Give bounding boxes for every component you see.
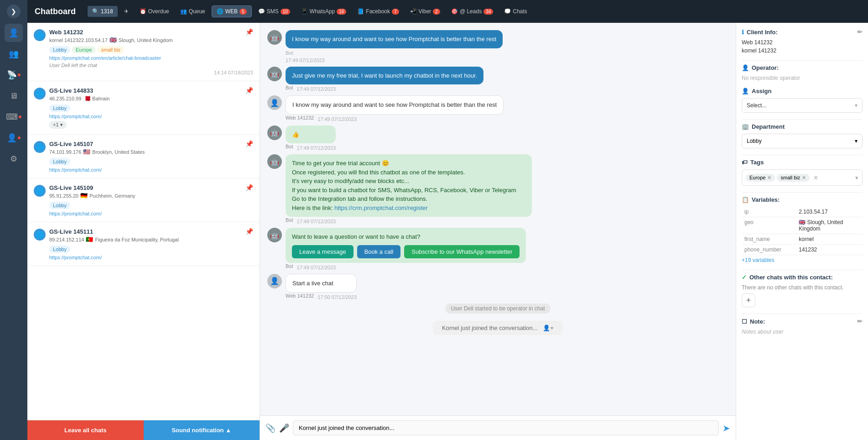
pin-icon-2[interactable]: 📌 [245, 87, 253, 94]
var-val-geo: 🇬🇧 Slough, United Kingdom [796, 217, 863, 234]
var-val-ip: 2.103.54.17 [796, 207, 863, 217]
pin-icon-1[interactable]: 📌 [245, 28, 253, 36]
tab-sms[interactable]: 💬 SMS 10 [254, 6, 295, 17]
message-bubble-2: Just give me my free trial, I want to la… [286, 67, 483, 92]
sidebar-item-widget[interactable]: 🖥 [5, 87, 23, 105]
message-time-4: 17:49 07/12/2023 [297, 145, 336, 151]
sound-notification-button[interactable]: Sound notification ▲ [144, 420, 260, 440]
department-select[interactable]: Lobby ▾ [742, 134, 863, 148]
chat-url-link-5[interactable]: https://promptchat.com/ [49, 255, 102, 260]
divider-6 [742, 314, 863, 314]
sidebar-item-contacts[interactable]: 👥 [5, 45, 23, 63]
message-time-7: 17:50 07/12/2023 [317, 294, 357, 300]
chat-globe-3: 🌐 [34, 141, 46, 153]
tags-chevron-icon: ▾ [855, 174, 858, 181]
tag-europe-1: Europe [72, 46, 95, 53]
chat-item-gs145109[interactable]: 🌐 GS-Live 145109 📌 95.91.255.20 🇩🇪 Puchh… [27, 178, 260, 222]
message-bubble-1: I know my way around and want to see how… [286, 30, 503, 63]
book-call-button[interactable]: Book a call [357, 245, 401, 258]
chat-url-link-3[interactable]: https://promptchat.com/ [49, 167, 102, 173]
bot-avatar-5: 🤖 [267, 154, 282, 169]
tab-starred[interactable]: ✈ [120, 6, 133, 17]
chat-item-web141232[interactable]: 🌐 Web 141232 📌 kornel 1412322.103.54.17 … [27, 23, 260, 81]
leave-message-button[interactable]: Leave a message [292, 245, 353, 258]
chat-url-link-1[interactable]: https://promptchat.com/en/article/chat-b… [49, 55, 161, 61]
tag-lobby-3: Lobby [49, 158, 70, 165]
tab-leads[interactable]: 🎯 @ Leads 34 [447, 6, 498, 17]
chat-url-3: https://promptchat.com/ [49, 167, 253, 173]
tab-viber[interactable]: 📲 Viber 2 [405, 6, 445, 17]
register-link[interactable]: https://crm.promptchat.com/register [334, 204, 427, 211]
chat-tags-5: Lobby [49, 246, 253, 253]
chat-url-link-4[interactable]: https://promptchat.com/ [49, 211, 102, 216]
sidebar-item-keyboard[interactable]: ⌨ [5, 108, 23, 126]
chat-url-link-2[interactable]: https://promptchat.com/ [49, 114, 102, 119]
pin-icon-4[interactable]: 📌 [245, 184, 253, 191]
message-text-5: Time to get your free trial account 😊 On… [286, 154, 532, 217]
divider-3 [742, 155, 863, 155]
sidebar-item-users[interactable]: 👤 [5, 129, 23, 147]
pin-icon-5[interactable]: 📌 [245, 228, 253, 235]
var-row-ip: ip 2.103.54.17 [742, 207, 863, 217]
tab-viber-label: Viber [419, 8, 431, 15]
message-sender-4: Bot [286, 144, 293, 149]
chat-flag-5: 🇵🇹 [86, 236, 93, 243]
tab-facebook[interactable]: 📘 Facebook 7 [353, 6, 403, 17]
tab-overdue[interactable]: ⏰ Overdue [135, 6, 174, 17]
bot-avatar-2: 🤖 [267, 67, 282, 81]
note-title: ☐ Note: ✏ [742, 318, 863, 325]
edit-note-icon[interactable]: ✏ [857, 318, 863, 325]
tags-input[interactable]: Europe ✕ small biz ✕ ✕ ▾ [742, 169, 863, 186]
remove-europe-tag[interactable]: ✕ [767, 175, 771, 181]
pin-icon-3[interactable]: 📌 [245, 140, 253, 147]
tab-web[interactable]: 🌐 WEB 5 [212, 5, 252, 17]
message-sender-3: Web 141232 [286, 115, 314, 120]
chat-tags-4: Lobby [49, 202, 253, 209]
message-row-3: 👤 I know my way around and want to see h… [267, 95, 728, 122]
sidebar-item-broadcasts[interactable]: 📡 [5, 66, 23, 84]
chat-item-gs145107[interactable]: 🌐 GS-Live 145107 📌 74.101.99.176 🇺🇸 Broo… [27, 135, 260, 178]
chat-ip-3: 74.101.99.176 [49, 149, 81, 155]
var-row-phone: phone_number 141232 [742, 245, 863, 255]
message-bubble-5: Time to get your free trial account 😊 On… [286, 154, 532, 224]
sidebar-toggle[interactable]: ❯ [7, 5, 21, 18]
remove-smallbiz-tag[interactable]: ✕ [802, 175, 806, 181]
chat-item-gs144833[interactable]: 🌐 GS-Live 144833 📌 46.235.210.99 🇧🇭 Bahr… [27, 81, 260, 135]
chat-meta-4: 95.91.255.20 🇩🇪 Puchheim, Germany [49, 192, 253, 199]
more-btn-2[interactable]: +1 ▾ [49, 121, 67, 129]
add-button[interactable]: + [742, 293, 755, 307]
chat-globe-1: 🌐 [34, 29, 46, 41]
tab-chats[interactable]: 💭 Chats [499, 6, 531, 17]
tab-search[interactable]: 🔍 1318 [88, 6, 118, 17]
other-chats-section: ✓ Other chats with this contact: There a… [742, 274, 863, 307]
client-web-row: Web 141232 [742, 39, 863, 46]
message-text-1: I know my way around and want to see how… [286, 30, 503, 48]
edit-client-icon[interactable]: ✏ [857, 28, 863, 36]
whatsapp-newsletter-button[interactable]: Subscribe to our WhatsApp newsletter [404, 245, 520, 258]
department-section: 🏢 Department Lobby ▾ [742, 123, 863, 148]
message-sender-2: Bot [286, 85, 293, 90]
chat-item-gs145111[interactable]: 🌐 GS-Live 145111 📌 89.214.152.114 🇵🇹 Fig… [27, 222, 260, 266]
variables-icon: 📋 [742, 196, 749, 203]
message-bubble-3: I know my way around and want to see how… [286, 95, 504, 122]
chat-input-field[interactable] [293, 420, 719, 435]
variables-section: 📋 Variables: ip 2.103.54.17 geo 🇬🇧 Sloug… [742, 196, 863, 263]
microphone-icon[interactable]: 🎤 [279, 423, 289, 433]
attachment-icon[interactable]: 📎 [265, 423, 275, 433]
more-variables-link[interactable]: +19 variables [742, 257, 863, 263]
department-value: Lobby [747, 138, 762, 144]
tab-whatsapp[interactable]: 📱 WhatsApp 16 [296, 6, 351, 17]
sidebar-item-avatar[interactable]: 👤 [5, 24, 23, 42]
assign-select[interactable]: Select... ▾ [742, 98, 863, 113]
clear-all-tags-icon[interactable]: ✕ [813, 174, 818, 181]
tab-queue[interactable]: 👥 Queue [176, 6, 210, 17]
tag-smallbiz-1: small biz [97, 46, 124, 53]
message-row-4: 🤖 👍 Bot 17:49 07/12/2023 [267, 126, 728, 151]
message-time-3: 17:49 07/12/2023 [317, 116, 357, 122]
leave-all-chats-button[interactable]: Leave all chats [27, 420, 144, 440]
chat-url-5: https://promptchat.com/ [49, 255, 253, 260]
sidebar-item-settings[interactable]: ⚙ [5, 150, 23, 168]
operator-icon: 👤 [742, 64, 749, 71]
users-icon: 👤 [7, 133, 17, 143]
send-button[interactable]: ➤ [722, 423, 730, 434]
